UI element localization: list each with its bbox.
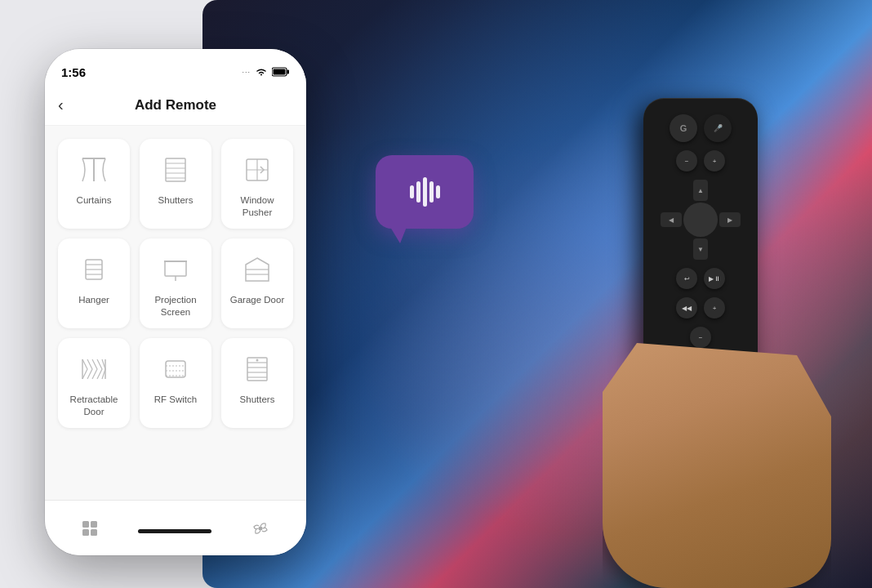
device-item-retractable-door[interactable]: Retractable Door (58, 338, 130, 428)
chat-bubble (376, 155, 474, 229)
curtains-label: Curtains (77, 194, 112, 207)
tab-item-fan[interactable] (251, 519, 270, 538)
remote-dpad: ▲ ◀ ▶ ▼ (661, 180, 741, 260)
rf-switch-label: RF Switch (154, 394, 197, 406)
hanger-label: Hanger (78, 294, 109, 306)
battery-icon (272, 67, 290, 77)
device-item-shutters[interactable]: Shutters (140, 139, 211, 229)
signal-dots: ··· (242, 68, 251, 76)
remote-control: G 🎤 − + ▲ ◀ ▶ ▼ ↩ ▶⏸ ◀◀ + (578, 98, 807, 555)
svg-rect-1 (287, 70, 290, 74)
remote-media-row: ↩ ▶⏸ (656, 268, 745, 289)
shutters-label: Shutters (158, 194, 194, 207)
remote-bottom-row: − (656, 327, 745, 348)
tab-item-center[interactable] (138, 529, 211, 533)
remote-rewind-btn[interactable]: ◀◀ (676, 297, 697, 318)
svg-rect-37 (91, 529, 97, 536)
projection-screen-icon (158, 252, 194, 287)
tab-bar (45, 500, 306, 555)
svg-rect-17 (165, 261, 186, 276)
shutters2-icon (239, 351, 275, 387)
shutters-icon (158, 152, 194, 188)
svg-rect-2 (274, 69, 286, 75)
svg-rect-36 (82, 529, 89, 536)
dpad-center-btn[interactable] (683, 203, 718, 237)
remote-vol-minus-btn[interactable]: − (676, 150, 697, 172)
projection-screen-label: Projection Screen (146, 294, 205, 318)
status-time: 1:56 (61, 65, 86, 79)
device-item-rf-switch[interactable]: RF Switch (140, 338, 211, 428)
phone-screen: 1:56 ··· ‹ Add Remote (45, 49, 306, 555)
wifi-icon (255, 67, 268, 77)
dpad-left-btn[interactable]: ◀ (661, 212, 682, 227)
device-item-window-pusher[interactable]: Window Pusher (221, 139, 293, 229)
status-bar: 1:56 ··· (45, 49, 306, 85)
device-item-hanger[interactable]: Hanger (58, 238, 130, 328)
garage-door-label: Garage Door (230, 294, 284, 306)
back-button[interactable]: ‹ (58, 96, 64, 114)
device-item-garage-door[interactable]: Garage Door (221, 238, 293, 328)
curtains-icon (76, 152, 112, 188)
retractable-door-label: Retractable Door (65, 394, 123, 418)
device-item-curtains[interactable]: Curtains (58, 139, 130, 229)
page-title: Add Remote (135, 97, 216, 114)
vibration-icon (410, 177, 440, 207)
fan-tab-icon (251, 519, 270, 538)
rf-switch-icon (158, 351, 194, 387)
remote-volume-row: − + (656, 150, 745, 172)
tab-item-grid[interactable] (81, 519, 99, 537)
remote-plus-btn[interactable]: + (704, 297, 725, 318)
garage-door-icon (239, 252, 275, 287)
dpad-up-btn[interactable]: ▲ (693, 180, 708, 201)
device-item-projection-screen[interactable]: Projection Screen (140, 238, 211, 328)
svg-point-38 (259, 526, 263, 530)
dpad-right-btn[interactable]: ▶ (719, 212, 741, 227)
grid-content: Curtains Shutters (45, 126, 306, 500)
hanger-icon (76, 252, 112, 287)
remote-minus-btn[interactable]: − (690, 327, 711, 348)
phone-mockup: 1:56 ··· ‹ Add Remote (45, 49, 306, 555)
remote-playpause-btn[interactable]: ▶⏸ (704, 268, 725, 289)
dpad-down-btn[interactable]: ▼ (693, 238, 708, 260)
remote-back-btn[interactable]: ↩ (676, 268, 697, 289)
remote-nav-row: ◀◀ + (656, 297, 745, 318)
shutters2-label: Shutters (240, 394, 275, 406)
nav-bar: ‹ Add Remote (45, 85, 306, 126)
svg-rect-24 (166, 361, 185, 377)
grid-tab-icon (81, 519, 99, 537)
svg-point-33 (256, 359, 259, 361)
hand-silhouette (603, 343, 831, 588)
window-pusher-label: Window Pusher (228, 194, 287, 219)
remote-g-btn[interactable]: G (670, 114, 697, 142)
device-item-shutters2[interactable]: Shutters (221, 338, 293, 428)
remote-vol-plus-btn[interactable]: + (704, 150, 725, 172)
svg-rect-35 (91, 521, 97, 528)
window-pusher-icon (239, 152, 275, 188)
retractable-door-icon (76, 351, 112, 387)
svg-rect-34 (82, 521, 89, 528)
status-icons: ··· (242, 67, 290, 77)
remote-top-row: G 🎤 (656, 114, 745, 142)
device-grid: Curtains Shutters (58, 139, 293, 428)
remote-mic-btn[interactable]: 🎤 (704, 114, 732, 142)
